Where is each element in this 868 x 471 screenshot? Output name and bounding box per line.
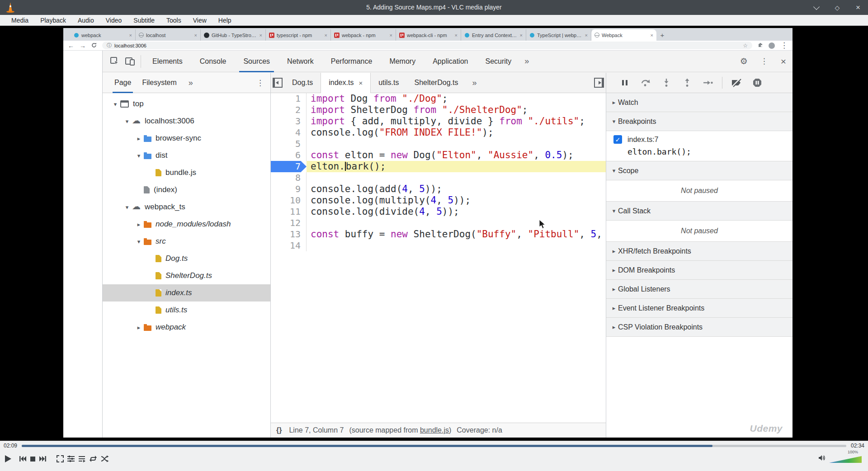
code-text[interactable]: [307, 172, 606, 184]
next-button[interactable]: [39, 452, 47, 466]
browser-tab-webpack-cli-npm[interactable]: webpack-cli - npm×: [396, 29, 461, 41]
devtools-tab-memory[interactable]: Memory: [381, 51, 424, 72]
pause-on-exceptions-icon[interactable]: [747, 76, 768, 89]
code-text[interactable]: const buffy = new ShelterDog("Buffy", "P…: [307, 229, 606, 240]
maximize-button[interactable]: ◇: [834, 4, 841, 11]
tree-item-src[interactable]: ▾src: [103, 233, 270, 250]
step-out-icon[interactable]: [677, 76, 698, 89]
devtools-close-icon[interactable]: ×: [781, 56, 786, 67]
section-scope[interactable]: ▾ Scope: [606, 161, 793, 180]
code-text[interactable]: const elton = new Dog("Elton", "Aussie",…: [307, 150, 606, 161]
previous-button[interactable]: [19, 452, 26, 466]
address-bar[interactable]: ⓘ localhost:3006 ☆: [102, 42, 752, 49]
extension-icon[interactable]: [758, 42, 763, 49]
volume-control[interactable]: 100%: [818, 455, 864, 463]
breakpoint-checkbox[interactable]: ✓: [613, 135, 622, 144]
tree-item-browser-sync[interactable]: ▸browser-sync: [103, 130, 270, 147]
expanded-caret-icon[interactable]: ▾: [112, 101, 118, 108]
step-over-icon[interactable]: [635, 76, 656, 89]
show-debugger-icon[interactable]: [592, 73, 606, 93]
tab-close-icon[interactable]: ×: [585, 33, 588, 38]
line-number[interactable]: 1: [271, 93, 307, 104]
code-text[interactable]: console.log(add(4, 5));: [307, 184, 606, 195]
line-number[interactable]: 4: [271, 127, 307, 138]
seek-bar[interactable]: [22, 445, 846, 447]
extended-settings-button[interactable]: [67, 452, 75, 466]
section-global-listeners[interactable]: ▸Global Listeners: [606, 280, 793, 299]
file-tab-close-icon[interactable]: ×: [359, 79, 363, 87]
devtools-tab-network[interactable]: Network: [278, 51, 322, 72]
expanded-caret-icon[interactable]: ▾: [124, 204, 130, 211]
close-button[interactable]: ×: [854, 4, 862, 11]
tree-item-index[interactable]: (index): [103, 181, 270, 198]
devtools-tab-sources[interactable]: Sources: [235, 51, 278, 72]
code-text[interactable]: [307, 217, 606, 229]
tab-close-icon[interactable]: ×: [455, 33, 458, 38]
devtools-more-tabs-icon[interactable]: »: [520, 57, 533, 66]
inspect-element-icon[interactable]: [107, 55, 123, 68]
hide-navigator-icon[interactable]: [271, 73, 284, 93]
tab-close-icon[interactable]: ×: [390, 33, 392, 38]
devtools-tab-performance[interactable]: Performance: [322, 51, 381, 72]
video-stage[interactable]: webpack×localhost×GitHub - TypeStrong/ts…: [0, 26, 868, 441]
expanded-caret-icon[interactable]: ▾: [124, 118, 130, 125]
code-text[interactable]: import { add, multiply, divide } from ".…: [307, 116, 606, 127]
tab-filesystem[interactable]: Filesystem: [137, 73, 182, 93]
code-editor[interactable]: 1import Dog from "./Dog";2import Shelter…: [271, 93, 606, 423]
collapsed-caret-icon[interactable]: ▸: [136, 135, 142, 142]
section-breakpoints[interactable]: ▾ Breakpoints: [606, 112, 793, 131]
expanded-caret-icon[interactable]: ▾: [136, 238, 142, 245]
file-tab-index-ts[interactable]: index.ts×: [321, 73, 371, 93]
volume-slider[interactable]: [829, 456, 862, 463]
tab-close-icon[interactable]: ×: [325, 33, 327, 38]
tree-item-node-modules-lodash[interactable]: ▸node_modules/lodash: [103, 216, 270, 233]
menu-media[interactable]: Media: [5, 17, 34, 24]
tab-close-icon[interactable]: ×: [259, 33, 262, 38]
browser-tab-typescript-webpack[interactable]: TypeScript | webpack×: [526, 29, 591, 41]
tree-item-dog-ts[interactable]: Dog.ts: [103, 250, 270, 267]
file-tab-shelterdog-ts[interactable]: ShelterDog.ts: [407, 73, 466, 93]
tab-close-icon[interactable]: ×: [194, 33, 197, 38]
line-number[interactable]: 11: [271, 206, 307, 217]
step-into-icon[interactable]: [656, 76, 677, 89]
format-code-icon[interactable]: {}: [276, 426, 282, 434]
line-number[interactable]: 9: [271, 184, 307, 195]
forward-icon[interactable]: →: [80, 42, 86, 49]
browser-tab-webpack[interactable]: webpack×: [71, 29, 136, 41]
line-number[interactable]: 10: [271, 195, 307, 206]
menu-subtitle[interactable]: Subtitle: [127, 17, 160, 24]
play-button[interactable]: [4, 452, 13, 466]
menu-playback[interactable]: Playback: [34, 17, 72, 24]
line-number[interactable]: 14: [271, 240, 307, 251]
browser-tab-typescript-npm[interactable]: typescript - npm×: [266, 29, 331, 41]
step-icon[interactable]: [698, 76, 718, 89]
tree-item-bundle-js[interactable]: bundle.js: [103, 164, 270, 181]
menu-audio[interactable]: Audio: [72, 17, 100, 24]
minimize-button[interactable]: [813, 4, 820, 11]
collapsed-caret-icon[interactable]: ▸: [136, 221, 142, 228]
tree-item-top[interactable]: ▾top: [103, 95, 270, 113]
browser-tab-webpack[interactable]: Webpack×: [591, 29, 656, 41]
tab-page[interactable]: Page: [109, 73, 137, 93]
line-number[interactable]: 5: [271, 138, 307, 150]
tree-item-index-ts[interactable]: index.ts: [103, 284, 270, 301]
devtools-menu-icon[interactable]: ⋮: [760, 57, 768, 66]
devtools-tab-application[interactable]: Application: [424, 51, 476, 72]
playlist-button[interactable]: [78, 452, 85, 466]
stop-button[interactable]: [30, 452, 36, 466]
collapsed-caret-icon[interactable]: ▸: [136, 324, 142, 331]
tree-item-webpack[interactable]: ▸webpack: [103, 319, 270, 336]
code-text[interactable]: [307, 138, 606, 150]
section-csp-violation-breakpoints[interactable]: ▸CSP Violation Breakpoints: [606, 318, 793, 337]
breakpoint-entry[interactable]: ✓ index.ts:7 elton.bark();: [606, 131, 793, 161]
tree-item-shelterdog-ts[interactable]: ShelterDog.ts: [103, 267, 270, 284]
section-event-listener-breakpoints[interactable]: ▸Event Listener Breakpoints: [606, 299, 793, 318]
file-tab-dog-ts[interactable]: Dog.ts: [284, 73, 321, 93]
menu-view[interactable]: View: [187, 17, 212, 24]
browser-tab-entry-and-context-webpack[interactable]: Entry and Context | webpack×: [461, 29, 526, 41]
code-text[interactable]: console.log(divide(4, 5));: [307, 206, 606, 217]
device-toolbar-icon[interactable]: [123, 55, 138, 68]
fullscreen-button[interactable]: [57, 452, 64, 466]
tab-close-icon[interactable]: ×: [520, 33, 523, 38]
line-number[interactable]: 12: [271, 217, 307, 229]
